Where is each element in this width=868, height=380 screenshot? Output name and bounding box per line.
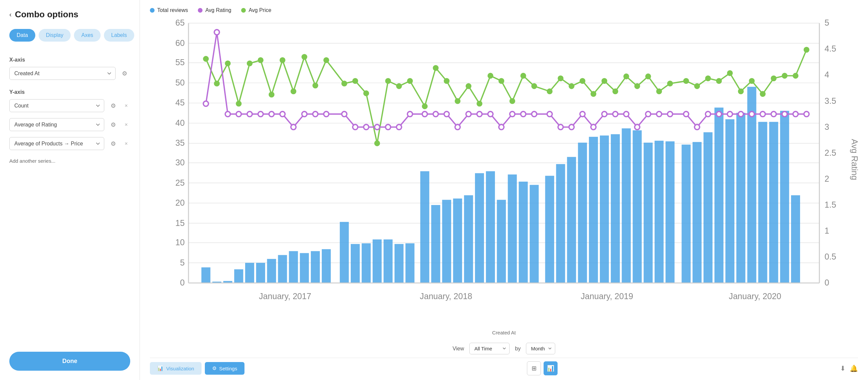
legend-dot-green [241, 8, 246, 13]
svg-rect-61 [384, 240, 393, 283]
svg-point-117 [422, 104, 427, 109]
svg-point-204 [793, 111, 798, 117]
svg-point-177 [488, 111, 493, 117]
chart-container: 0 5 10 15 20 25 30 35 40 45 50 55 60 65 … [150, 16, 858, 329]
svg-point-153 [214, 30, 219, 35]
visualization-icon: 📊 [157, 366, 163, 371]
svg-point-197 [716, 111, 721, 117]
tab-axes[interactable]: Axes [74, 29, 101, 42]
svg-rect-97 [791, 195, 800, 283]
svg-point-144 [727, 71, 733, 76]
svg-rect-49 [245, 263, 254, 283]
svg-point-199 [738, 111, 743, 117]
download-icon[interactable]: ⬇ [840, 365, 846, 372]
done-button[interactable]: Done [9, 352, 130, 371]
svg-point-184 [569, 125, 574, 130]
svg-point-163 [324, 111, 329, 117]
settings-button[interactable]: ⚙ Settings [205, 362, 245, 375]
svg-rect-84 [644, 143, 652, 283]
svg-point-121 [466, 83, 471, 89]
y-axis-gear-2[interactable]: ⚙ [107, 119, 119, 131]
svg-rect-76 [556, 164, 565, 283]
svg-point-151 [804, 47, 809, 53]
legend-label-price: Avg Price [248, 7, 271, 13]
svg-rect-64 [420, 171, 429, 283]
svg-text:January, 2018: January, 2018 [420, 291, 472, 301]
svg-rect-77 [567, 157, 576, 283]
y-axis-close-2[interactable]: × [122, 121, 130, 129]
svg-point-161 [302, 111, 307, 117]
visualization-button[interactable]: 📊 Visualization [150, 362, 202, 375]
svg-text:30: 30 [175, 158, 185, 167]
svg-point-141 [694, 83, 700, 89]
svg-point-142 [706, 76, 710, 81]
table-view-button[interactable]: ⊞ [527, 361, 541, 375]
x-axis-gear[interactable]: ⚙ [119, 68, 130, 79]
svg-point-112 [364, 91, 369, 96]
chart-svg: 0 5 10 15 20 25 30 35 40 45 50 55 60 65 … [150, 16, 858, 329]
svg-rect-53 [289, 251, 298, 283]
x-axis-select[interactable]: Created At [9, 67, 116, 80]
y-axis-gear-1[interactable]: ⚙ [107, 100, 119, 111]
svg-rect-83 [633, 131, 642, 283]
svg-point-174 [455, 125, 460, 130]
svg-text:1.5: 1.5 [825, 200, 836, 209]
svg-text:15: 15 [175, 218, 185, 227]
svg-point-172 [433, 111, 438, 117]
svg-rect-79 [589, 137, 598, 283]
svg-point-106 [291, 89, 296, 94]
y-axis-close-1[interactable]: × [122, 102, 130, 110]
svg-point-176 [477, 111, 482, 117]
svg-point-192 [656, 111, 661, 117]
y-axis-row-3: Average of Products → Price ⚙ × [9, 137, 130, 150]
y-axis-close-3[interactable]: × [122, 140, 130, 148]
svg-rect-82 [622, 129, 631, 283]
svg-point-109 [324, 58, 329, 63]
svg-text:35: 35 [175, 138, 185, 147]
svg-point-103 [258, 58, 263, 63]
svg-point-202 [771, 111, 776, 117]
view-select[interactable]: All Time Last Year Last Month [469, 343, 509, 354]
tab-data[interactable]: Data [9, 29, 35, 42]
svg-point-100 [225, 61, 230, 66]
svg-point-203 [782, 111, 787, 117]
x-axis-label: X-axis [9, 57, 130, 63]
svg-point-102 [247, 61, 252, 66]
y-axis-row-1: Count ⚙ × [9, 99, 130, 112]
svg-text:60: 60 [175, 38, 185, 47]
svg-point-140 [683, 78, 688, 83]
by-select[interactable]: Month Week Day [526, 343, 555, 354]
x-axis-chart-label: Created At [150, 330, 858, 336]
legend-dot-purple [198, 8, 203, 13]
svg-point-160 [291, 125, 296, 130]
svg-rect-78 [578, 143, 587, 283]
svg-point-152 [203, 101, 208, 106]
svg-point-147 [760, 91, 765, 97]
svg-point-146 [749, 78, 754, 83]
back-arrow[interactable]: ‹ [9, 11, 12, 18]
svg-point-190 [634, 125, 640, 130]
svg-point-134 [613, 89, 618, 94]
svg-rect-94 [758, 122, 767, 283]
tab-labels[interactable]: Labels [104, 29, 134, 42]
svg-text:January, 2020: January, 2020 [729, 291, 781, 301]
svg-rect-45 [202, 268, 211, 283]
svg-point-155 [236, 111, 241, 117]
y-axis-select-1[interactable]: Count [9, 99, 104, 112]
y-axis-gear-3[interactable]: ⚙ [107, 138, 119, 149]
panel-title: Combo options [15, 9, 79, 20]
y-axis-select-2[interactable]: Average of Rating [9, 118, 104, 131]
tab-display[interactable]: Display [39, 29, 71, 42]
bell-icon[interactable]: 🔔 [850, 365, 858, 372]
table-icon: ⊞ [532, 365, 536, 372]
svg-point-201 [760, 111, 765, 117]
svg-point-195 [694, 125, 700, 130]
toolbar-center: ⊞ 📊 [527, 361, 558, 375]
svg-point-194 [683, 111, 688, 117]
add-series[interactable]: Add another series... [9, 158, 130, 164]
svg-point-188 [613, 111, 618, 117]
svg-point-191 [646, 111, 651, 117]
chart-view-button[interactable]: 📊 [544, 361, 558, 375]
y-axis-select-3[interactable]: Average of Products → Price [9, 137, 104, 150]
settings-icon: ⚙ [212, 366, 217, 371]
